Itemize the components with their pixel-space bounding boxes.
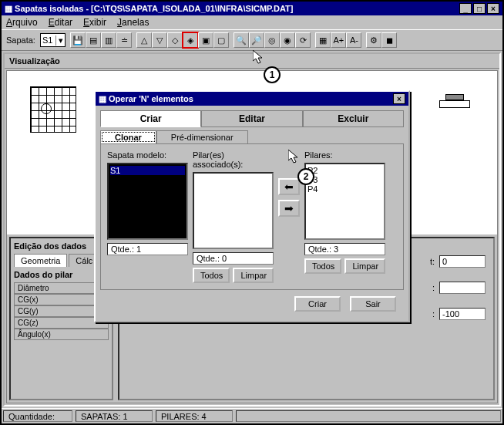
zoom-refresh-icon[interactable]: ⟳ <box>295 32 311 48</box>
assoc-limpar-button[interactable]: Limpar <box>233 268 274 283</box>
field1-input[interactable] <box>439 255 486 268</box>
field3-input[interactable] <box>439 308 486 320</box>
viz-header: Visualização <box>5 54 499 69</box>
assoc-qtde: Qtde.: 0 <box>193 252 274 265</box>
pilares-todos-button[interactable]: Todos <box>304 258 341 274</box>
tab-criar[interactable]: Criar <box>100 110 201 127</box>
field2-label: : <box>432 283 435 292</box>
chevron-down-icon: ▾ <box>55 35 63 46</box>
callout-1: 1 <box>264 66 281 83</box>
dialog-body: Criar Editar Excluir Clonar Pré-dimensio… <box>96 106 408 321</box>
modelo-qtde: Qtde.: 1 <box>107 243 188 255</box>
subtab-pre[interactable]: Pré-dimensionar <box>156 130 248 143</box>
sair-button[interactable]: Sair <box>350 296 396 312</box>
dialog-close-button[interactable]: × <box>393 93 405 104</box>
tool-settings-icon[interactable]: ⚙ <box>366 32 381 48</box>
dialog-footer: Criar Sair <box>100 290 404 316</box>
menu-view[interactable]: Exibir <box>83 17 106 28</box>
criar-button[interactable]: Criar <box>294 296 341 312</box>
viz-section-icon <box>435 94 474 133</box>
zoom-in-icon[interactable]: 🔍 <box>234 32 249 48</box>
sapata-select[interactable]: S1 ▾ <box>40 33 66 47</box>
list-item[interactable]: S1 <box>110 166 185 175</box>
callout-2: 2 <box>297 168 314 185</box>
maximize-button[interactable]: □ <box>473 3 486 14</box>
field3-label: : <box>432 309 435 319</box>
tool-btn-6[interactable]: ▽ <box>152 32 167 48</box>
tool-btn-7[interactable]: ◇ <box>167 32 183 48</box>
tool-btn-3[interactable]: ▥ <box>101 32 116 48</box>
assoc-todos-button[interactable]: Todos <box>193 268 230 283</box>
menu-windows[interactable]: Janelas <box>117 17 149 28</box>
menubar: Arquivo Editar Exibir Janelas <box>2 15 502 29</box>
tool-btn-5[interactable]: △ <box>136 32 152 48</box>
status-spacer <box>236 410 501 422</box>
dialog-title: Operar 'N' elementos <box>109 94 391 103</box>
tool-btn-9[interactable]: ▣ <box>198 32 213 48</box>
dialog-operate-n: ▦ Operar 'N' elementos × Criar Editar Ex… <box>94 90 410 322</box>
dialog-titlebar: ▦ Operar 'N' elementos × <box>96 92 408 106</box>
field1-label: t: <box>430 257 435 266</box>
dialog-icon: ▦ <box>99 94 109 104</box>
field2-input[interactable] <box>439 282 486 294</box>
status-pilares: PILARES: 4 <box>156 410 233 422</box>
sapata-label: Sapata: <box>6 35 35 45</box>
assoc-label: Pilar(es) associado(s): <box>193 150 274 169</box>
pilares-label: Pilares: <box>304 150 385 160</box>
tab-excluir[interactable]: Excluir <box>303 110 404 127</box>
minimize-button[interactable]: _ <box>459 3 472 14</box>
move-left-button[interactable]: ⬅ <box>278 178 300 195</box>
subtab-clonar[interactable]: Clonar <box>100 130 156 143</box>
row-angulo[interactable]: Ângulo(x) <box>14 329 109 340</box>
zoom-window-icon[interactable]: ◉ <box>280 32 295 48</box>
titlebar: ▦ Sapatas isoladas - [C:\TQS\SAPATA_ISOL… <box>2 2 502 15</box>
tool-btn-10[interactable]: ▢ <box>213 32 229 48</box>
zoom-fit-icon[interactable]: ◎ <box>264 32 280 48</box>
font-inc-icon[interactable]: A+ <box>331 32 346 48</box>
statusbar: Quantidade: SAPATAS: 1 PILARES: 4 <box>2 408 502 423</box>
move-right-button[interactable]: ➡ <box>278 200 300 217</box>
modelo-listbox[interactable]: S1 <box>107 163 188 240</box>
font-dec-icon[interactable]: A- <box>346 32 361 48</box>
list-item[interactable]: P4 <box>307 184 382 194</box>
tool-stop-icon[interactable]: ◼ <box>381 32 397 48</box>
menu-file[interactable]: Arquivo <box>6 17 38 28</box>
viz-sapata-icon <box>30 86 82 139</box>
toolbar: Sapata: S1 ▾ 💾 ▤ ▥ ≐ △ ▽ ◇ ◈ ▣ ▢ 🔍 🔎 ◎ ◉… <box>2 29 502 51</box>
pilares-limpar-button[interactable]: Limpar <box>344 258 385 274</box>
pilares-qtde: Qtde.: 3 <box>304 243 385 255</box>
app-icon: ▦ <box>5 4 15 14</box>
tool-btn-4[interactable]: ≐ <box>116 32 132 48</box>
window-title: Sapatas isoladas - [C:\TQS\SAPATA_ISOLAD… <box>15 4 458 13</box>
clonar-panel: Sapata modelo: S1 Qtde.: 1 Pilar(es) ass… <box>100 143 404 290</box>
modelo-label: Sapata modelo: <box>107 150 188 160</box>
tool-btn-2[interactable]: ▤ <box>86 32 101 48</box>
pilares-listbox[interactable]: P2 P3 P4 <box>304 163 385 240</box>
zoom-out-icon[interactable]: 🔎 <box>249 32 264 48</box>
status-qty-label: Quantidade: <box>3 410 72 422</box>
assoc-listbox[interactable] <box>193 172 274 249</box>
tool-grid-icon[interactable]: ▦ <box>315 32 331 48</box>
close-button[interactable]: × <box>487 3 499 14</box>
list-item[interactable]: P2 <box>307 166 382 175</box>
sapata-select-value: S1 <box>42 35 52 45</box>
app-window: ▦ Sapatas isoladas - [C:\TQS\SAPATA_ISOL… <box>0 0 504 425</box>
tab-geometria[interactable]: Geometria <box>14 254 67 267</box>
tool-operate-n-icon[interactable]: ◈ <box>183 32 198 48</box>
status-sapatas: SAPATAS: 1 <box>76 410 153 422</box>
menu-edit[interactable]: Editar <box>49 17 72 28</box>
list-item[interactable]: P3 <box>307 175 382 184</box>
tool-save-icon[interactable]: 💾 <box>70 32 86 48</box>
tab-editar[interactable]: Editar <box>201 110 302 127</box>
